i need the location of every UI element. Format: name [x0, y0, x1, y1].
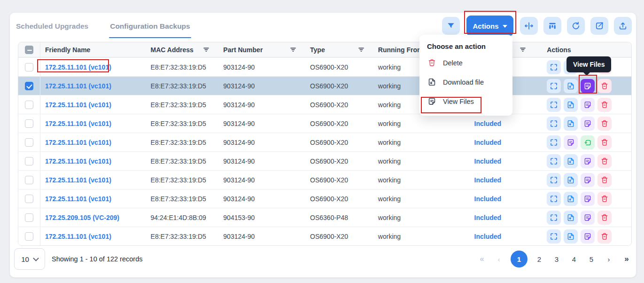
part-number-cell-text: 903124-90 — [223, 101, 255, 109]
friendly-name-link-text[interactable]: 172.25.11.101 (vc101) — [45, 139, 111, 146]
backup-status-cell-text[interactable]: Included — [474, 120, 502, 127]
delete-icon-button[interactable] — [597, 211, 612, 225]
restore-icon-button[interactable] — [581, 135, 595, 149]
download-file-icon-button[interactable] — [564, 117, 578, 131]
expand-icon-button[interactable] — [547, 98, 561, 112]
view-files-icon-button[interactable] — [581, 229, 595, 244]
friendly-name-link-text[interactable]: 172.25.11.101 (vc101) — [45, 120, 111, 127]
running-from-cell-text: working — [378, 214, 401, 221]
delete-icon-button[interactable] — [597, 135, 612, 149]
filter-icon[interactable] — [357, 46, 365, 54]
download-file-icon-button[interactable] — [564, 79, 578, 93]
friendly-name-link-text[interactable]: 172.25.11.101 (vc101) — [45, 157, 111, 165]
expand-icon-button[interactable] — [547, 173, 561, 187]
last-page-button[interactable]: » — [621, 254, 632, 264]
delete-icon-button[interactable] — [597, 173, 612, 187]
next-page-button[interactable]: › — [603, 255, 614, 263]
row-checkbox[interactable] — [25, 101, 33, 109]
expand-icon-button[interactable] — [547, 229, 561, 244]
backup-status-cell: Included — [470, 233, 535, 240]
open-external-button[interactable] — [590, 17, 608, 35]
friendly-name-link-text[interactable]: 172.25.11.101 (vc101) — [45, 82, 111, 90]
row-checkbox[interactable] — [25, 82, 33, 90]
delete-icon-button[interactable] — [597, 79, 612, 93]
download-file-icon-button[interactable] — [564, 211, 578, 225]
view-files-icon-button[interactable] — [581, 79, 595, 93]
expand-icon-button[interactable] — [547, 211, 561, 225]
friendly-name-link-text[interactable]: 172.25.11.101 (vc101) — [45, 176, 111, 184]
row-checkbox[interactable] — [25, 176, 33, 184]
first-page-button[interactable]: « — [476, 254, 487, 264]
column-resize-button[interactable] — [520, 17, 538, 35]
download-file-icon-button[interactable] — [564, 229, 578, 244]
delete-icon-button[interactable] — [597, 117, 612, 131]
menu-item-download-file[interactable]: Download file — [419, 72, 512, 92]
friendly-name-link-text[interactable]: 172.25.11.101 (vc101) — [45, 195, 111, 203]
filter-button[interactable] — [442, 17, 460, 35]
page-button-3[interactable]: 3 — [551, 255, 562, 263]
friendly-name-link-text[interactable]: 172.25.209.105 (VC-209) — [45, 214, 119, 221]
backup-status-cell-text[interactable]: Included — [474, 214, 502, 221]
row-checkbox[interactable] — [25, 63, 33, 71]
backup-status-cell-text[interactable]: Included — [474, 139, 502, 146]
page-size-select[interactable]: 10 — [14, 248, 45, 270]
actions-button[interactable]: Actions — [466, 16, 513, 36]
backup-status-cell-text[interactable]: Included — [474, 157, 502, 165]
refresh-button[interactable] — [567, 17, 585, 35]
filter-icon[interactable] — [519, 46, 527, 54]
view-files-icon-button[interactable] — [564, 135, 578, 149]
expand-icon-button[interactable] — [547, 135, 561, 149]
friendly-name-link-text[interactable]: 172.25.11.101 (vc101) — [45, 233, 111, 240]
expand-icon-button[interactable] — [547, 117, 561, 131]
tab-scheduled-upgrades[interactable]: Scheduled Upgrades — [15, 17, 89, 38]
backup-status-cell-text[interactable]: Included — [474, 195, 502, 203]
view-files-icon — [583, 176, 592, 184]
filter-icon[interactable] — [202, 46, 210, 54]
columns-button[interactable] — [543, 17, 561, 35]
friendly-name-link-text[interactable]: 172.25.11.101 (vc101) — [45, 63, 111, 71]
row-checkbox[interactable] — [25, 157, 33, 165]
expand-icon-button[interactable] — [547, 154, 561, 168]
download-file-icon-button[interactable] — [564, 173, 578, 187]
delete-icon-button[interactable] — [597, 229, 612, 244]
friendly-name-link: 172.25.209.105 (VC-209) — [40, 214, 146, 221]
delete-icon — [600, 119, 609, 128]
row-checkbox[interactable] — [25, 119, 33, 128]
type-cell-text: OS6900-X20 — [310, 176, 348, 184]
page-button-1[interactable]: 1 — [511, 251, 528, 267]
filter-icon[interactable] — [289, 46, 297, 54]
expand-icon — [550, 82, 558, 90]
download-file-icon-button[interactable] — [564, 98, 578, 112]
page-button-5[interactable]: 5 — [586, 255, 597, 263]
row-checkbox[interactable] — [25, 138, 33, 147]
view-files-icon-button[interactable] — [581, 211, 595, 225]
view-files-icon-button[interactable] — [581, 173, 595, 187]
delete-icon-button[interactable] — [597, 98, 612, 112]
page-button-2[interactable]: 2 — [534, 255, 545, 263]
download-file-icon-button[interactable] — [564, 154, 578, 168]
row-checkbox[interactable] — [25, 195, 33, 203]
view-files-icon-button[interactable] — [581, 154, 595, 168]
page-button-4[interactable]: 4 — [568, 255, 580, 263]
view-files-icon-button[interactable] — [581, 98, 595, 112]
download-file-icon-button[interactable] — [564, 192, 578, 206]
tab-configuration-backups[interactable]: Configuration Backups — [109, 17, 191, 38]
prev-page-button[interactable]: ‹ — [493, 255, 504, 263]
menu-item-view-files[interactable]: View Files — [419, 92, 512, 111]
select-all-checkbox[interactable] — [25, 46, 33, 54]
expand-icon-button[interactable] — [547, 79, 561, 93]
delete-icon-button[interactable] — [597, 154, 612, 168]
expand-icon-button[interactable] — [547, 192, 561, 206]
delete-icon-button[interactable] — [597, 192, 612, 206]
menu-item-delete[interactable]: Delete — [419, 53, 512, 72]
view-files-icon-button[interactable] — [581, 192, 595, 206]
view-files-icon-button[interactable] — [581, 117, 595, 131]
backup-status-cell-text[interactable]: Included — [474, 233, 502, 240]
type-cell: OS6900-X20 — [305, 195, 373, 203]
backup-status-cell-text[interactable]: Included — [474, 176, 502, 184]
friendly-name-link-text[interactable]: 172.25.11.101 (vc101) — [45, 101, 111, 109]
row-checkbox[interactable] — [25, 232, 33, 241]
row-checkbox[interactable] — [25, 213, 33, 222]
expand-icon-button[interactable] — [547, 60, 561, 74]
upload-button[interactable] — [614, 17, 632, 35]
